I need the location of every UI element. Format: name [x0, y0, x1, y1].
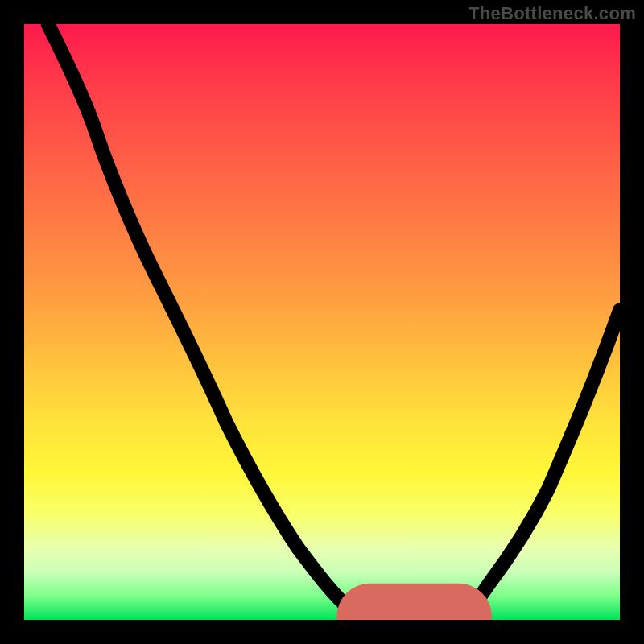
optimal-start-dot	[356, 604, 369, 617]
watermark-text: TheBottleneck.com	[469, 3, 636, 24]
chart-svg	[24, 24, 620, 620]
left-curve	[48, 24, 370, 620]
right-curve	[459, 310, 620, 620]
plot-area	[24, 24, 620, 620]
chart-frame: TheBottleneck.com	[0, 0, 644, 644]
